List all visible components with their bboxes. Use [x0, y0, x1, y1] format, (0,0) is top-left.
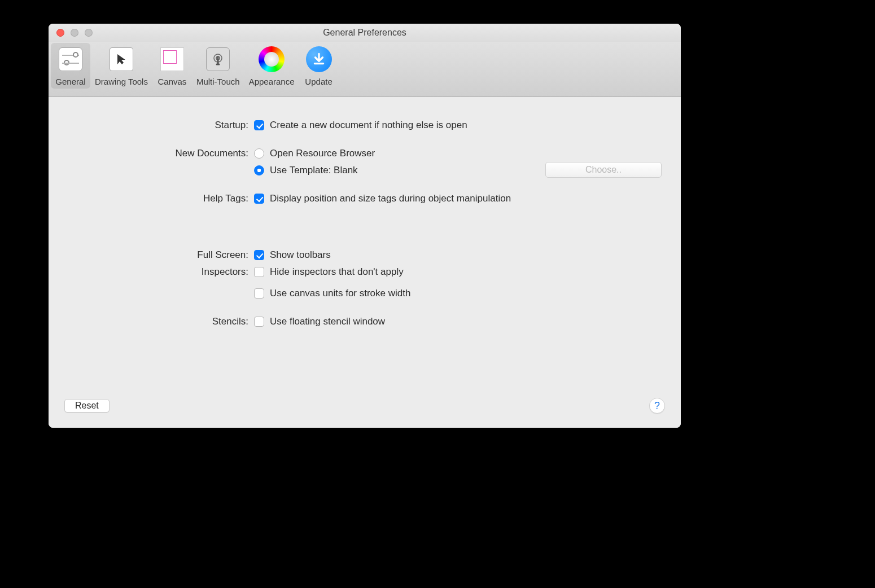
- preferences-window: General Preferences General Drawing Tool…: [49, 24, 681, 428]
- general-icon: [56, 45, 85, 73]
- label-new-documents: New Documents:: [62, 148, 254, 159]
- help-button[interactable]: ?: [649, 398, 665, 414]
- option-text: Use Template: Blank: [270, 165, 358, 176]
- tab-label: Update: [305, 77, 332, 86]
- canvas-icon: [158, 45, 186, 73]
- row-full-screen: Full Screen: Show toolbars: [62, 249, 667, 261]
- row-stencils: Stencils: Use floating stencil window: [62, 316, 667, 327]
- option-text: Display position and size tags during ob…: [270, 193, 511, 204]
- tab-update[interactable]: Update: [299, 43, 339, 89]
- tab-label: Multi-Touch: [196, 77, 240, 86]
- footer: Reset ?: [49, 394, 681, 428]
- window-controls: [49, 29, 93, 37]
- row-canvas-units-stroke: Use canvas units for stroke width: [62, 288, 667, 299]
- minimize-icon[interactable]: [71, 29, 78, 37]
- checkbox-canvas-units-stroke[interactable]: [254, 288, 264, 299]
- radio-use-template[interactable]: [254, 165, 264, 175]
- update-icon: [305, 45, 333, 73]
- tab-appearance[interactable]: Appearance: [244, 43, 299, 89]
- multi-touch-icon: [204, 45, 232, 73]
- tab-drawing-tools[interactable]: Drawing Tools: [90, 43, 152, 89]
- checkbox-help-tags[interactable]: [254, 194, 264, 204]
- reset-button[interactable]: Reset: [64, 399, 110, 413]
- option-text: Open Resource Browser: [270, 148, 375, 159]
- option-text: Create a new document if nothing else is…: [270, 120, 467, 131]
- choose-template-button[interactable]: Choose..: [545, 162, 662, 178]
- tab-general[interactable]: General: [51, 43, 90, 89]
- row-help-tags: Help Tags: Display position and size tag…: [62, 193, 667, 204]
- titlebar: General Preferences: [49, 24, 681, 42]
- general-pane: Startup: Create a new document if nothin…: [49, 97, 681, 428]
- drawing-tools-icon: [107, 45, 135, 73]
- tab-label: General: [55, 77, 85, 86]
- label-stencils: Stencils:: [62, 316, 254, 327]
- label-startup: Startup:: [62, 120, 254, 131]
- zoom-icon[interactable]: [85, 29, 93, 37]
- checkbox-startup-create-new[interactable]: [254, 120, 264, 130]
- tab-label: Appearance: [249, 77, 295, 86]
- option-text: Show toolbars: [270, 249, 331, 261]
- tab-multi-touch[interactable]: Multi-Touch: [192, 43, 244, 89]
- window-title: General Preferences: [49, 28, 681, 38]
- row-startup: Startup: Create a new document if nothin…: [62, 120, 667, 131]
- label-help-tags: Help Tags:: [62, 193, 254, 204]
- tab-canvas[interactable]: Canvas: [152, 43, 192, 89]
- checkbox-floating-stencil[interactable]: [254, 317, 264, 327]
- label-full-screen: Full Screen:: [62, 249, 254, 261]
- tab-label: Canvas: [158, 77, 187, 86]
- checkbox-show-toolbars[interactable]: [254, 250, 264, 260]
- checkbox-hide-inspectors[interactable]: [254, 267, 264, 277]
- option-text: Use canvas units for stroke width: [270, 288, 410, 299]
- preferences-toolbar: General Drawing Tools Canvas Multi-Touch: [49, 42, 681, 97]
- appearance-icon: [257, 45, 286, 73]
- option-text: Use floating stencil window: [270, 316, 385, 327]
- row-inspectors-hide: Inspectors: Hide inspectors that don't a…: [62, 266, 667, 278]
- close-icon[interactable]: [56, 29, 64, 37]
- radio-open-resource-browser[interactable]: [254, 148, 264, 159]
- option-text: Hide inspectors that don't apply: [270, 266, 404, 278]
- label-inspectors: Inspectors:: [62, 266, 254, 278]
- row-new-documents-open-resource: New Documents: Open Resource Browser: [62, 148, 667, 159]
- tab-label: Drawing Tools: [95, 77, 148, 86]
